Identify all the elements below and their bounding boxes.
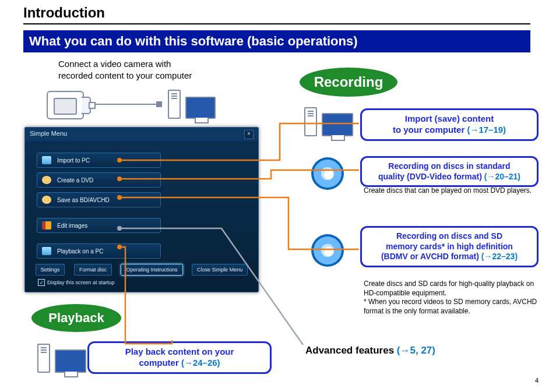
- playback-section-label: Playback: [31, 304, 121, 332]
- menu-item-save-bd-avchd[interactable]: Save as BD/AVCHD: [37, 192, 161, 207]
- monitor-icon: [55, 349, 86, 373]
- monitor-icon: [322, 113, 353, 136]
- heading-introduction: Introduction: [23, 0, 530, 24]
- connect-line2: recorded content to your computer: [58, 70, 192, 80]
- caption-line: * When you record videos to SD memory ca…: [364, 298, 537, 315]
- computer-icon: [37, 344, 86, 373]
- recording-section-label: Recording: [300, 68, 397, 97]
- box-line: Play back content on your: [125, 347, 234, 356]
- computer-icon: [168, 90, 216, 119]
- advanced-label: Advanced features: [305, 345, 397, 356]
- box-line: Recording on discs and SD: [396, 231, 502, 241]
- computer-icon: [304, 107, 353, 136]
- caption-line: Create discs and SD cards for high-quali…: [364, 280, 534, 297]
- menu-item-label: Playback on a PC: [57, 248, 104, 255]
- box-line: to your computer: [393, 125, 467, 135]
- bd-icon: [42, 196, 51, 204]
- menu-item-label: Save as BD/AVCHD: [57, 197, 110, 203]
- startup-checkbox[interactable]: ✓ Display this screen at startup: [38, 279, 115, 286]
- disc-icon: [311, 234, 344, 267]
- page-ref[interactable]: (→22–23): [481, 252, 518, 261]
- menu-item-playback-on-pc[interactable]: Playback on a PC: [37, 243, 161, 259]
- box-line: (BDMV or AVCHD format): [381, 252, 481, 261]
- tower-icon: [37, 344, 50, 373]
- checkbox-icon: ✓: [38, 279, 45, 286]
- box-record-hd: Recording on discs and SD memory cards* …: [360, 226, 539, 267]
- menu-item-label: Import to PC: [57, 157, 90, 164]
- page-ref[interactable]: (→17–19): [467, 125, 506, 135]
- monitor-icon: [185, 97, 216, 119]
- caption-dvd: Create discs that can be played on most …: [364, 186, 536, 196]
- connect-instruction: Connect a video camera with recorded con…: [58, 58, 192, 81]
- camera-to-pc-diagram: [47, 87, 233, 122]
- close-icon[interactable]: ×: [244, 130, 254, 139]
- box-playback-pc: Play back content on your computer (→24–…: [87, 341, 272, 374]
- tower-icon: [168, 90, 181, 119]
- menu-item-create-dvd[interactable]: Create a DVD: [37, 172, 161, 188]
- disc-icon: [311, 157, 344, 190]
- camcorder-icon: [47, 91, 84, 119]
- menu-item-edit-images[interactable]: Edit images: [37, 218, 161, 233]
- menu-bottom-settings[interactable]: Settings: [36, 264, 65, 276]
- disc-hole-icon: [324, 170, 333, 179]
- disc-hole-icon: [324, 247, 333, 256]
- menu-item-import-to-pc[interactable]: Import to PC: [37, 153, 161, 168]
- filmstrip-icon: [42, 221, 51, 229]
- menu-item-label: Create a DVD: [57, 177, 93, 183]
- page-ref[interactable]: (→24–26): [181, 358, 220, 368]
- page-number: 4: [535, 377, 539, 384]
- menu-bottom-operating-instructions[interactable]: Operating Instructions: [121, 264, 182, 276]
- caption-hd: Create discs and SD cards for high-quali…: [364, 280, 539, 316]
- import-icon: [42, 156, 51, 164]
- box-line: Recording on discs in standard: [388, 161, 510, 171]
- simple-menu-titlebar: Simple Menu ×: [25, 128, 258, 142]
- dvd-icon: [42, 176, 51, 184]
- page-ref[interactable]: (→5, 27): [397, 345, 435, 356]
- menu-item-label: Edit images: [57, 223, 87, 229]
- subheading-bar: What you can do with this software (basi…: [23, 30, 530, 52]
- menu-bottom-close-simple-menu[interactable]: Close Simple Menu: [192, 264, 248, 276]
- play-icon: [42, 247, 51, 255]
- page-ref[interactable]: (→20–21): [484, 172, 520, 181]
- box-line: quality (DVD-Video format): [378, 172, 484, 181]
- tower-icon: [304, 107, 317, 136]
- connect-line1: Connect a video camera with: [58, 59, 171, 69]
- simple-menu-window: Simple Menu × Import to PC Create a DVD …: [24, 127, 259, 292]
- box-import-content: Import (save) content to your computer (…: [360, 108, 539, 141]
- box-line: computer: [139, 358, 181, 368]
- advanced-features: Advanced features (→5, 27): [305, 345, 435, 356]
- box-line: Import (save) content: [405, 114, 494, 123]
- menu-bottom-format-disc[interactable]: Format disc: [74, 264, 112, 276]
- simple-menu-title: Simple Menu: [30, 130, 67, 139]
- box-record-dvd: Recording on discs in standard quality (…: [360, 156, 539, 187]
- box-line: memory cards* in high definition: [386, 242, 513, 251]
- startup-checkbox-label: Display this screen at startup: [47, 280, 115, 285]
- usb-cable-icon: [93, 104, 157, 105]
